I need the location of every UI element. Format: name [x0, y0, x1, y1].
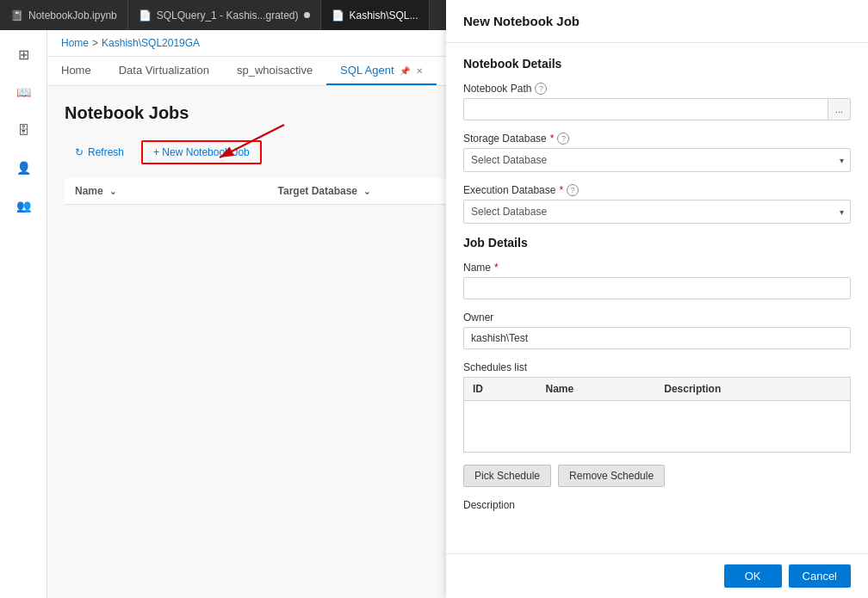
tab-notebook[interactable]: 📓 NotebookJob.ipynb — [0, 0, 128, 30]
tab-kashishsql[interactable]: 📄 Kashish\SQL... — [321, 0, 430, 30]
new-notebook-panel: New Notebook Job Notebook Details Notebo… — [446, 0, 868, 598]
cancel-button[interactable]: Cancel — [789, 564, 851, 588]
sort-icon: ⌄ — [109, 187, 116, 196]
storage-database-group: Storage Database * ? Select Database ▾ — [463, 133, 851, 172]
sidebar-grid-icon[interactable]: ⊞ — [6, 37, 40, 71]
col-name-label: Name — [75, 185, 103, 197]
panel-header: New Notebook Job — [446, 0, 868, 43]
nav-tab-data-virt-label: Data Virtualization — [119, 64, 209, 77]
execution-database-group: Execution Database * ? Select Database ▾ — [463, 184, 851, 224]
storage-database-required: * — [550, 133, 555, 145]
sqlquery-icon: 📄 — [139, 9, 152, 22]
owner-group: Owner — [463, 311, 851, 349]
job-name-input[interactable] — [463, 277, 851, 299]
notebook-path-input-wrapper: ... — [463, 98, 851, 120]
ok-button[interactable]: OK — [724, 564, 782, 588]
nav-tab-sql-agent[interactable]: SQL Agent 📌 ✕ — [326, 57, 437, 85]
schedules-list-label: Schedules list — [463, 361, 851, 373]
schedules-col-description: Description — [655, 378, 850, 401]
nav-tab-sql-agent-label: SQL Agent — [340, 64, 394, 77]
job-name-group: Name * — [463, 262, 851, 299]
refresh-icon: ↻ — [75, 146, 84, 158]
sidebar: ⊞ 📖 🗄 👤 👥 — [0, 30, 47, 598]
schedules-col-id: ID — [464, 378, 537, 401]
breadcrumb-server[interactable]: Kashish\SQL2019GA — [102, 37, 200, 49]
execution-database-required: * — [559, 184, 563, 196]
description-label: Description — [463, 499, 851, 511]
refresh-label: Refresh — [88, 146, 124, 158]
nav-tab-sp-whois-label: sp_whoisactive — [237, 64, 313, 77]
notebook-details-section: Notebook Details — [463, 57, 851, 71]
nav-tab-data-virt[interactable]: Data Virtualization — [105, 57, 223, 85]
execution-database-select[interactable]: Select Database — [463, 200, 851, 224]
tab-kashishsql-label: Kashish\SQL... — [350, 9, 418, 22]
job-name-required: * — [494, 262, 499, 274]
new-notebook-button[interactable]: + New Notebook Job — [141, 140, 262, 164]
storage-database-select[interactable]: Select Database — [463, 148, 851, 172]
server-icon: 🗄 — [17, 123, 29, 137]
pin-icon: 📌 — [400, 66, 410, 76]
execution-database-select-wrapper: Select Database ▾ — [463, 200, 851, 224]
users-icon: 👤 — [16, 161, 31, 175]
col-target-db-label: Target Database — [278, 185, 357, 197]
sidebar-group-icon[interactable]: 👥 — [6, 188, 40, 223]
notebook-path-input[interactable] — [463, 98, 828, 120]
refresh-button[interactable]: ↻ Refresh — [65, 142, 134, 163]
owner-label: Owner — [463, 311, 851, 324]
tab-sqlquery-label: SQLQuery_1 - Kashis...grated) — [157, 9, 299, 22]
nav-tab-home[interactable]: Home — [47, 57, 105, 85]
notebook-path-label-text: Notebook Path — [463, 83, 531, 95]
close-nav-icon[interactable]: ✕ — [416, 66, 423, 76]
notebook-path-group: Notebook Path ? ... — [463, 83, 851, 120]
panel-body: Notebook Details Notebook Path ? ... Sto… — [446, 43, 868, 553]
notebook-path-browse-button[interactable]: ... — [828, 98, 851, 120]
job-details-section: Job Details — [463, 236, 851, 250]
breadcrumb-home[interactable]: Home — [61, 37, 89, 49]
schedule-buttons: Pick Schedule Remove Schedule — [463, 465, 851, 487]
storage-database-info-icon[interactable]: ? — [557, 133, 569, 145]
book-icon: 📖 — [16, 85, 31, 99]
execution-database-info-icon[interactable]: ? — [567, 184, 579, 196]
group-icon: 👥 — [16, 199, 31, 213]
job-name-label: Name * — [463, 262, 851, 274]
nav-tab-home-label: Home — [61, 64, 91, 77]
sidebar-user-icon[interactable]: 👤 — [6, 151, 40, 185]
sidebar-server-icon[interactable]: 🗄 — [6, 113, 40, 147]
unsaved-dot — [304, 12, 310, 18]
notebook-icon: 📓 — [10, 9, 23, 22]
notebook-path-label: Notebook Path ? — [463, 83, 851, 95]
grid-icon: ⊞ — [18, 46, 29, 63]
storage-database-select-wrapper: Select Database ▾ — [463, 148, 851, 172]
breadcrumb-separator: > — [92, 37, 98, 49]
pick-schedule-button[interactable]: Pick Schedule — [463, 465, 551, 487]
schedules-empty-row — [464, 401, 851, 453]
storage-database-label-text: Storage Database — [463, 133, 547, 145]
tab-sqlquery[interactable]: 📄 SQLQuery_1 - Kashis...grated) — [128, 0, 321, 30]
remove-schedule-button[interactable]: Remove Schedule — [558, 465, 665, 487]
schedules-table: ID Name Description — [463, 377, 851, 453]
schedules-col-name: Name — [536, 378, 655, 401]
execution-database-label: Execution Database * ? — [463, 184, 851, 196]
job-name-label-text: Name — [463, 262, 491, 274]
storage-database-label: Storage Database * ? — [463, 133, 851, 145]
sidebar-book-icon[interactable]: 📖 — [6, 75, 40, 109]
new-notebook-label: + New Notebook Job — [153, 146, 250, 158]
kashishsql-icon: 📄 — [332, 9, 344, 22]
nav-tab-sp-whois[interactable]: sp_whoisactive — [223, 57, 326, 85]
description-group: Description — [463, 499, 851, 511]
owner-input[interactable] — [463, 327, 851, 349]
tab-notebook-label: NotebookJob.ipynb — [28, 9, 117, 22]
schedules-list-group: Schedules list ID Name Description — [463, 361, 851, 453]
execution-database-label-text: Execution Database — [463, 184, 555, 196]
panel-footer: OK Cancel — [446, 553, 868, 598]
sort-icon-2: ⌄ — [363, 187, 370, 196]
col-name[interactable]: Name ⌄ — [65, 178, 268, 205]
panel-title: New Notebook Job — [463, 14, 851, 28]
notebook-path-info-icon[interactable]: ? — [535, 83, 547, 95]
